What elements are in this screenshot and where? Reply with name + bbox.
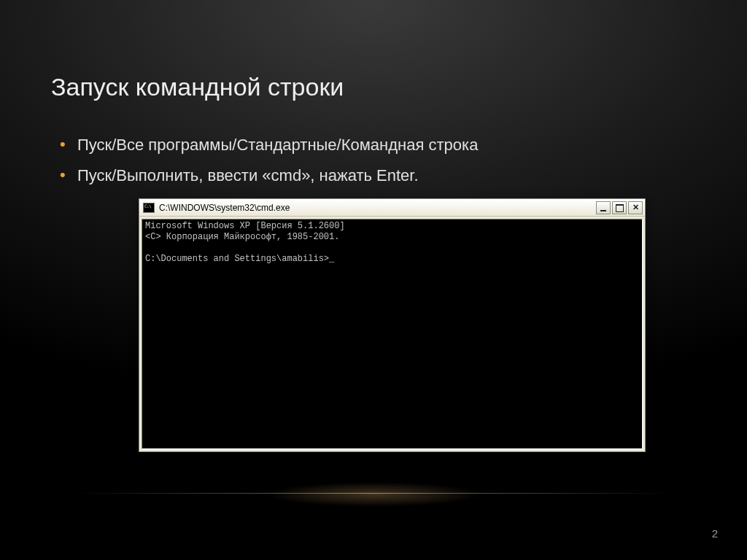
terminal-line: <C> Корпорация Майкрософт, 1985-2001. [145,232,339,242]
terminal-prompt: C:\Documents and Settings\amabilis> [145,254,329,264]
cursor-icon: _ [329,254,334,265]
minimize-button[interactable] [596,201,611,214]
cmd-window: C:\WINDOWS\system32\cmd.exe ✕ Microsoft … [139,198,646,452]
bullet-list: Пуск/Все программы/Стандартные/Командная… [58,135,696,185]
window-titlebar[interactable]: C:\WINDOWS\system32\cmd.exe ✕ [139,199,645,217]
window-controls: ✕ [596,201,643,214]
terminal-line: Microsoft Windows XP [Версия 5.1.2600] [145,221,345,231]
slide-title: Запуск командной строки [51,73,696,101]
presentation-slide: Запуск командной строки Пуск/Все програм… [0,0,747,560]
maximize-button[interactable] [612,201,627,214]
decorative-glow [0,480,747,509]
screenshot-wrap: C:\WINDOWS\system32\cmd.exe ✕ Microsoft … [139,198,696,452]
window-client-area: Microsoft Windows XP [Версия 5.1.2600] <… [139,217,645,451]
terminal-output[interactable]: Microsoft Windows XP [Версия 5.1.2600] <… [142,219,643,449]
terminal-icon [143,203,155,213]
window-title: C:\WINDOWS\system32\cmd.exe [159,203,596,213]
page-number: 2 [712,527,718,540]
bullet-item: Пуск/Все программы/Стандартные/Командная… [58,135,696,155]
bullet-item: Пуск/Выполнить, ввести «cmd», нажать Ent… [58,166,696,186]
close-button[interactable]: ✕ [628,201,643,214]
